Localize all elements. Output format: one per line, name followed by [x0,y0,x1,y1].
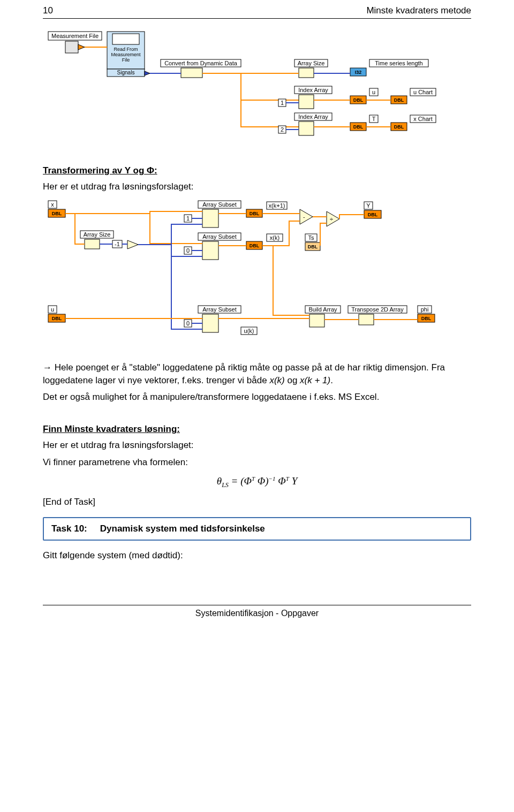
svg-marker-39 [127,240,138,249]
task-10-name: Dynamisk system med tidsforsinkelse [100,523,265,534]
task-10-label: Task 10: [51,523,87,534]
svg-rect-4 [112,34,139,44]
ts-label: Ts [308,234,315,241]
const-0b: 0 [186,320,190,327]
svg-rect-1 [65,41,78,53]
svg-text:Measurement: Measurement [111,52,141,57]
x-chart-label: x Chart [413,116,432,122]
section-ls-intro: Her er et utdrag fra løsningsforslaget: [43,439,471,452]
svg-text:÷: ÷ [330,216,333,222]
array-subset-3: Array Subset [202,306,237,313]
svg-rect-41 [202,209,218,227]
uk-label: u(k) [244,328,254,334]
footer-text: Systemidentifikasjon - Oppgaver [195,609,319,618]
svg-marker-52 [300,209,313,224]
svg-text:DBL: DBL [353,97,364,103]
svg-text:File: File [122,57,130,63]
array-subset-2: Array Subset [202,233,237,240]
array-size-label: Array Size [298,60,325,66]
svg-rect-72 [359,314,374,325]
svg-text:DBL: DBL [353,124,364,130]
i32-label: I32 [355,70,362,75]
svg-marker-2 [78,44,85,50]
array-subset-1: Array Subset [202,201,237,208]
svg-marker-8 [145,71,150,75]
svg-rect-10 [181,68,202,78]
u-label-2: u [51,306,54,313]
section-ls-find: Vi finner parametrene vha formelen: [43,456,471,469]
paragraph-stable: → Hele poenget er å "stable" loggedatene… [43,361,471,387]
svg-text:DBL: DBL [394,97,404,103]
xk-label: x(k) [270,234,279,241]
svg-text:DBL: DBL [250,243,260,248]
svg-text:DBL: DBL [52,316,62,321]
read-from-label: Read From [114,47,138,52]
svg-rect-16 [299,95,314,109]
page-header: 10 Minste kvadraters metode [43,0,471,18]
t-label: T [372,116,376,122]
section-transform-intro: Her er et utdrag fra løsningsforslaget: [43,180,471,193]
svg-rect-70 [309,314,324,327]
end-of-task: [End of Task] [43,496,471,509]
svg-text:DBL: DBL [368,212,378,217]
const-0a: 0 [186,247,190,254]
build-array-label: Build Array [308,306,337,313]
array-size-2: Array Size [84,231,111,238]
svg-rect-37 [85,239,100,249]
const-2: 2 [281,126,284,133]
svg-text:DBL: DBL [250,211,260,216]
xk1-label: x(k+1) [269,202,285,209]
minus-1: -1 [115,241,120,247]
header-rule [43,18,471,19]
svg-text:DBL: DBL [308,244,318,249]
task-10-box: Task 10: Dynamisk system med tidsforsink… [43,517,471,541]
svg-rect-47 [202,241,218,260]
section-ls-title: Finn Minste kvadraters løsning: [43,424,471,435]
paragraph-excel: Det er også mulighet for å manipulere/tr… [43,391,471,404]
phi-label: phi [421,306,429,313]
task-10-given: Gitt følgende system (med dødtid): [43,549,471,562]
ls-formula: θLS = (ΦT Φ)−1 ΦT Y [43,475,471,489]
signals-label: Signals [117,70,135,75]
transpose-label: Transpose 2D Array [351,306,404,313]
svg-text:-: - [303,214,305,220]
const-1b: 1 [186,215,190,222]
index-array-2-label: Index Array [298,113,328,120]
svg-rect-25 [299,122,314,135]
labview-diagram-1: Measurement File Read From Measurement F… [43,29,471,153]
page-number: 10 [43,5,53,16]
u-label: u [372,89,375,95]
page-footer: Systemidentifikasjon - Oppgaver [43,605,471,618]
y-label: Y [366,202,371,209]
const-1: 1 [281,100,284,106]
x-label: x [51,201,54,208]
svg-text:DBL: DBL [52,211,62,216]
u-chart-label: u Chart [413,89,433,95]
svg-text:DBL: DBL [421,316,432,321]
svg-text:DBL: DBL [394,124,404,130]
measurement-file-label: Measurement File [51,33,99,39]
convert-label: Convert from Dynamic Data [164,60,238,66]
time-series-label: Time series length [375,60,422,66]
labview-diagram-2: x DBL Array Size -1 Array Subset 1 DBL x… [43,199,471,348]
svg-rect-66 [202,314,218,332]
section-transform-title: Transformering av Y og Φ: [43,165,471,176]
index-array-1-label: Index Array [298,87,328,93]
svg-rect-12 [299,68,314,78]
page-title: Minste kvadraters metode [366,5,471,16]
